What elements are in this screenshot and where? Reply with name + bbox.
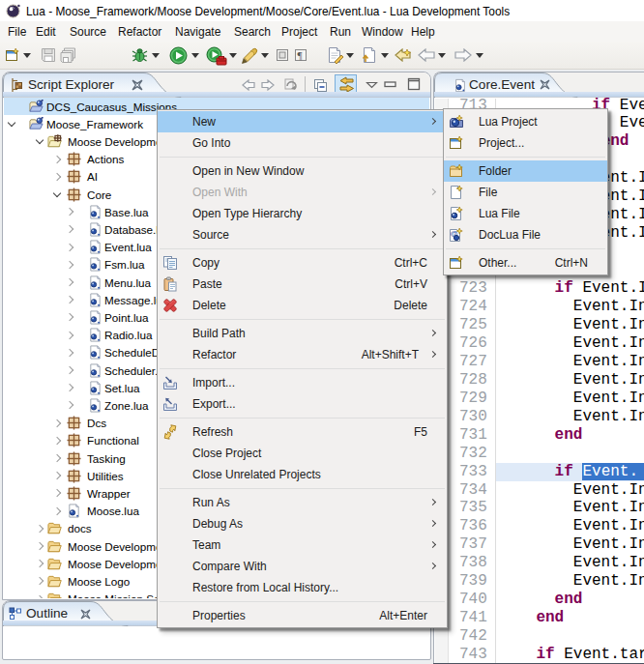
svg-text:¶: ¶ <box>298 49 303 61</box>
